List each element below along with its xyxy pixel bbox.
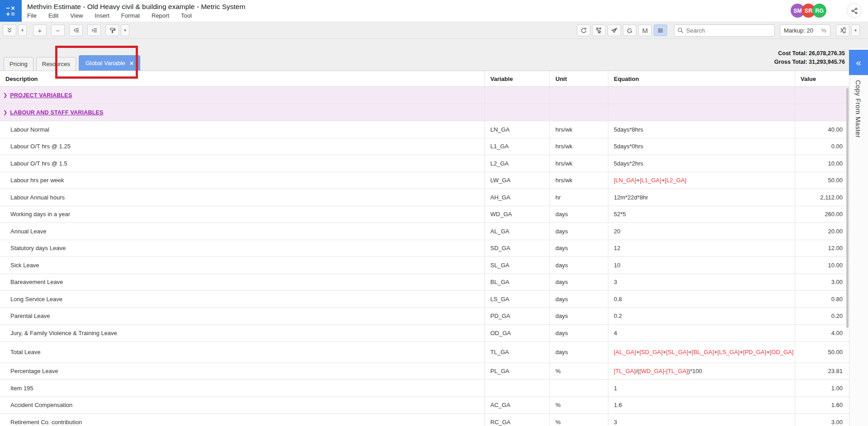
menu-edit[interactable]: Edit	[48, 12, 58, 19]
cell-unit[interactable]: hrs/wk	[550, 138, 608, 155]
cell-value[interactable]	[795, 87, 849, 104]
cell-description[interactable]: Statutory days Leave	[0, 240, 485, 257]
column-header-unit[interactable]: Unit	[550, 71, 608, 86]
cell-value[interactable]: 12.00	[795, 240, 849, 257]
table-row[interactable]: Sick LeaveSL_GAdays1010.00	[0, 257, 849, 274]
table-row[interactable]: Working days in a yearWD_GAdays52*5260.0…	[0, 206, 849, 223]
cell-equation[interactable]	[608, 87, 795, 104]
cell-variable[interactable]: RC_GA	[485, 414, 550, 426]
cell-variable[interactable]: PL_GA	[485, 363, 550, 380]
cell-unit[interactable]	[550, 380, 608, 397]
cell-equation[interactable]: 20	[608, 223, 795, 240]
avatar[interactable]: RG	[812, 4, 826, 18]
app-logo-icon[interactable]: −× +=	[0, 0, 22, 22]
cell-description[interactable]: Sick Leave	[0, 257, 485, 274]
cell-variable[interactable]	[485, 87, 550, 104]
add-row-button[interactable]: +	[33, 24, 47, 36]
cell-variable[interactable]: LN_GA	[485, 121, 550, 138]
cell-value[interactable]: 0.20	[795, 308, 849, 325]
cell-unit[interactable]: days	[550, 274, 608, 291]
cell-value[interactable]: 0.80	[795, 291, 849, 308]
collapse-all-button[interactable]	[3, 24, 16, 36]
cell-unit[interactable]: days	[550, 308, 608, 325]
close-icon[interactable]: ×	[130, 60, 133, 66]
cell-value[interactable]: 40.00	[795, 121, 849, 138]
cell-value[interactable]: 260.00	[795, 206, 849, 223]
cell-equation[interactable]: 12m*22d*8hr	[608, 189, 795, 206]
cell-variable[interactable]	[485, 380, 550, 397]
table-row[interactable]: Labour NormalLN_GAhrs/wk5days*8hrs40.00	[0, 121, 849, 138]
table-row[interactable]: Labour Annual hoursAH_GAhr12m*22d*8hr2,1…	[0, 189, 849, 206]
cell-description[interactable]: Working days in a year	[0, 206, 485, 223]
cell-description[interactable]: Labour O/T hrs @ 1.5	[0, 155, 485, 172]
table-row[interactable]: Item 19511.00	[0, 380, 849, 397]
cell-equation[interactable]: 1.6	[608, 397, 795, 414]
cell-description[interactable]: Labour Normal	[0, 121, 485, 138]
cell-description[interactable]: Bareavement Leave	[0, 274, 485, 291]
column-header-value[interactable]: Value	[795, 71, 849, 86]
cell-description[interactable]: Parental Leave	[0, 308, 485, 325]
cell-equation[interactable]: [AL_GA]+[SD_GA]+[SL_GA]+[BL_GA]+[LS_GA]+…	[608, 342, 795, 363]
cell-equation[interactable]: 4	[608, 325, 795, 341]
google-button[interactable]: G	[623, 24, 636, 36]
cell-unit[interactable]: days	[550, 342, 608, 363]
cell-unit[interactable]: days	[550, 291, 608, 308]
cell-value[interactable]: 10.00	[795, 257, 849, 274]
search-input[interactable]	[674, 24, 775, 37]
tab-pricing[interactable]: Pricing	[4, 57, 33, 71]
cell-variable[interactable]	[485, 104, 550, 121]
table-row[interactable]: Percentage LeavePL_GA%[TL_GA]/([WD_GA]-[…	[0, 363, 849, 380]
cell-variable[interactable]: OD_GA	[485, 325, 550, 341]
table-row[interactable]: Annual LeaveAL_GAdays2020.00	[0, 223, 849, 240]
cell-variable[interactable]: SD_GA	[485, 240, 550, 257]
cell-equation[interactable]: [LN_GA]+[L1_GA]+[L2_GA]	[608, 172, 795, 189]
table-row[interactable]: Parental LeavePD_GAdays0.20.20	[0, 308, 849, 325]
markup-input[interactable]: Markup: 20 %	[780, 24, 830, 37]
cell-value[interactable]: 50.00	[795, 342, 849, 363]
cell-unit[interactable]: hrs/wk	[550, 172, 608, 189]
menu-report[interactable]: Report	[152, 12, 169, 19]
share-button[interactable]	[847, 3, 862, 18]
table-row[interactable]: Jury, & Family Violence & Training Leave…	[0, 325, 849, 342]
cell-variable[interactable]: LS_GA	[485, 291, 550, 308]
cell-value[interactable]: 23.81	[795, 363, 849, 380]
format-painter-button[interactable]	[105, 24, 119, 36]
refresh-button[interactable]	[577, 24, 590, 36]
cell-equation[interactable]	[608, 104, 795, 121]
cell-variable[interactable]: AL_GA	[485, 223, 550, 240]
cell-description[interactable]: ❯LABOUR AND STAFF VARIABLES	[0, 104, 485, 121]
table-row[interactable]: Total LeaveTL_GAdays[AL_GA]+[SD_GA]+[SL_…	[0, 342, 849, 363]
cell-description[interactable]: Total Leave	[0, 342, 485, 363]
cell-description[interactable]: Percentage Leave	[0, 363, 485, 380]
cell-unit[interactable]: days	[550, 257, 608, 274]
cell-equation[interactable]: 0.2	[608, 308, 795, 325]
menu-format[interactable]: Format	[121, 12, 140, 19]
menu-view[interactable]: View	[70, 12, 83, 19]
cell-variable[interactable]: AH_GA	[485, 189, 550, 206]
cell-variable[interactable]: L1_GA	[485, 138, 550, 155]
export-caret[interactable]: ▾	[851, 24, 860, 36]
send-button[interactable]	[607, 24, 621, 36]
cell-unit[interactable]	[550, 104, 608, 121]
table-row[interactable]: Long Service LeaveLS_GAdays0.80.80	[0, 291, 849, 308]
cell-unit[interactable]: days	[550, 240, 608, 257]
cell-value[interactable]: 3.00	[795, 414, 849, 426]
cell-description[interactable]: Labour Annual hours	[0, 189, 485, 206]
cell-description[interactable]: Item 195	[0, 380, 485, 397]
cell-value[interactable]: 2,112.00	[795, 189, 849, 206]
cell-equation[interactable]: [TL_GA]/([WD_GA]-[TL_GA])*100	[608, 363, 795, 380]
copy-from-master-label[interactable]: Copy From Master	[854, 80, 862, 138]
cell-variable[interactable]: L2_GA	[485, 155, 550, 172]
table-row[interactable]: Labour hrs per weekLW_GAhrs/wk[LN_GA]+[L…	[0, 172, 849, 189]
cell-value[interactable]: 4.00	[795, 325, 849, 341]
cell-value[interactable]: 50.00	[795, 172, 849, 189]
menu-insert[interactable]: Insert	[95, 12, 109, 19]
cell-unit[interactable]: days	[550, 325, 608, 341]
cell-unit[interactable]: %	[550, 397, 608, 414]
cell-value[interactable]	[795, 104, 849, 121]
outdent-button[interactable]	[69, 24, 83, 36]
cell-unit[interactable]: days	[550, 206, 608, 223]
cell-unit[interactable]: hrs/wk	[550, 155, 608, 172]
cell-value[interactable]: 1.00	[795, 380, 849, 397]
remove-row-button[interactable]: −	[51, 24, 65, 36]
